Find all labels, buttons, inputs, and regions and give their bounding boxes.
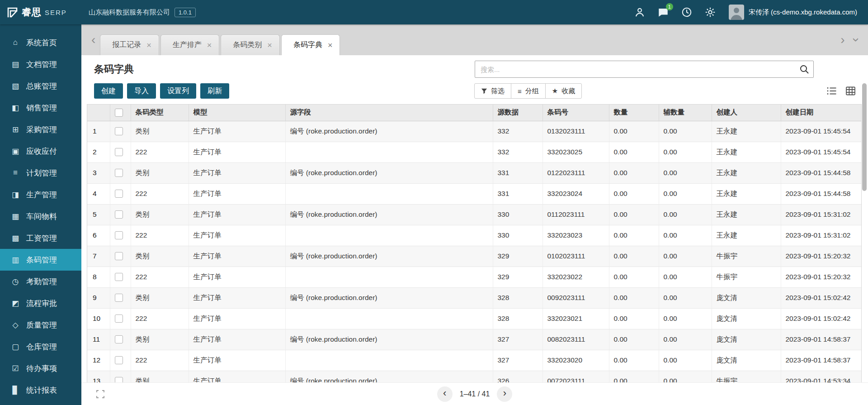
sidebar-item-home[interactable]: ⌂系统首页	[0, 32, 81, 53]
table-row[interactable]: 9类别生产订单编号 (roke.production.order)3280092…	[87, 287, 861, 308]
select-all-checkbox[interactable]	[115, 109, 123, 117]
table-row[interactable]: 12222生产订单3273320230200.000.00庞文清2023-09-…	[87, 350, 861, 371]
fullscreen-icon[interactable]	[96, 390, 105, 400]
set-columns-button[interactable]: 设置列	[160, 83, 196, 99]
row-checkbox[interactable]	[115, 190, 123, 198]
tab-scroll-left-icon[interactable]: ‹	[91, 33, 95, 46]
table-row[interactable]: 6222生产订单3303320230230.000.00王永建2023-09-0…	[87, 225, 861, 246]
user-avatar[interactable]	[729, 5, 744, 20]
create-button[interactable]: 创建	[94, 83, 123, 99]
column-header-6[interactable]: 辅数量	[659, 105, 712, 121]
table-row[interactable]: 5类别生产订单编号 (roke.production.order)3300112…	[87, 204, 861, 225]
column-header-3[interactable]: 源数据	[493, 105, 542, 121]
row-checkbox[interactable]	[115, 314, 123, 323]
sidebar-item-attendance[interactable]: ◷考勤管理	[0, 271, 81, 292]
column-header-8[interactable]: 创建日期	[781, 105, 861, 121]
pagination-prev-button[interactable]: ‹	[437, 386, 453, 402]
tab-2[interactable]: 条码类别×	[221, 34, 280, 55]
username[interactable]: 宋传泽 (cs-demo.xbg.rokedata.com)	[749, 8, 857, 17]
row-checkbox[interactable]	[115, 127, 123, 135]
table-row[interactable]: 2222生产订单3323320230250.000.00王永建2023-09-0…	[87, 142, 861, 162]
table-row[interactable]: 10222生产订单3283320230210.000.00庞文清2023-09-…	[87, 308, 861, 329]
cell-aux-quantity: 0.00	[659, 142, 712, 162]
gear-icon[interactable]	[704, 6, 716, 18]
table-view-icon[interactable]	[846, 86, 855, 95]
cell-model: 生产订单	[189, 308, 285, 329]
sidebar-item-plan[interactable]: ≡计划管理	[0, 162, 81, 184]
tab-0[interactable]: 报工记录×	[100, 34, 159, 55]
search-input[interactable]	[475, 61, 814, 78]
sidebar-item-barcode[interactable]: ▥条码管理	[0, 249, 81, 271]
footer: ‹ 1–41 / 41 ›	[81, 382, 868, 405]
table-row[interactable]: 3类别生产订单编号 (roke.production.order)3310122…	[87, 162, 861, 183]
filter-button[interactable]: 筛选	[474, 83, 511, 99]
cell-quantity: 0.00	[609, 329, 659, 350]
favorites-button[interactable]: ★收藏	[545, 83, 582, 99]
sidebar-item-warehouse[interactable]: ▢仓库管理	[0, 336, 81, 357]
sidebar-item-receivable[interactable]: ▣应收应付	[0, 140, 81, 162]
row-checkbox[interactable]	[115, 252, 123, 260]
tab-close-icon[interactable]: ×	[328, 41, 333, 49]
sidebar-item-expense[interactable]: ▨费用管理	[0, 401, 81, 405]
cell-source-data: 327	[493, 329, 542, 350]
app-logo[interactable]: 睿思 SERP	[0, 6, 81, 19]
row-checkbox[interactable]	[115, 231, 123, 239]
table-row[interactable]: 7类别生产订单编号 (roke.production.order)3290102…	[87, 246, 861, 267]
tab-1[interactable]: 生产排产×	[160, 34, 220, 55]
tab-scroll-right-icon[interactable]: ›	[840, 33, 844, 46]
table-row[interactable]: 4222生产订单3313320230240.000.00王永建2023-09-0…	[87, 183, 861, 204]
cell-source-field	[285, 225, 493, 246]
row-checkbox[interactable]	[115, 210, 123, 219]
tab-close-icon[interactable]: ×	[267, 41, 272, 49]
row-checkbox[interactable]	[115, 356, 123, 364]
row-checkbox[interactable]	[115, 377, 123, 382]
sidebar-item-approval[interactable]: ◩流程审批	[0, 292, 81, 314]
row-checkbox[interactable]	[115, 273, 123, 281]
sidebar-item-sales[interactable]: ◧销售管理	[0, 97, 81, 119]
cell-creator: 庞文清	[712, 308, 781, 329]
table-row[interactable]: 13类别生产订单编号 (roke.production.order)326007…	[87, 371, 861, 382]
table-row[interactable]: 1类别生产订单编号 (roke.production.order)3320132…	[87, 121, 861, 142]
row-checkbox[interactable]	[115, 335, 123, 343]
list-view-icon[interactable]	[827, 86, 837, 95]
column-header-4[interactable]: 条码号	[542, 105, 609, 121]
row-checkbox[interactable]	[115, 294, 123, 302]
search-icon[interactable]	[799, 64, 809, 74]
filter-group: 筛选≡分组★收藏	[474, 83, 582, 99]
sidebar-item-ledger[interactable]: ▧总账管理	[0, 75, 81, 97]
tab-close-icon[interactable]: ×	[207, 41, 212, 49]
pagination-next-button[interactable]: ›	[497, 386, 512, 402]
cell-barcode-number: 332023022	[542, 267, 609, 287]
sidebar-item-production[interactable]: ◨生产管理	[0, 184, 81, 205]
cell-quantity: 0.00	[609, 308, 659, 329]
tab-menu-chevron-icon[interactable]: ›	[849, 38, 862, 42]
column-header-1[interactable]: 模型	[189, 105, 285, 121]
import-button[interactable]: 导入	[127, 83, 156, 99]
cell-barcode-type: 222	[131, 350, 189, 371]
sidebar-item-document[interactable]: ▤文档管理	[0, 53, 81, 75]
table-row[interactable]: 8222生产订单3293320230220.000.00牛振宇2023-09-0…	[87, 267, 861, 287]
sidebar-item-materials[interactable]: ▦车间物料	[0, 205, 81, 227]
message-icon[interactable]: 1	[657, 6, 669, 18]
row-checkbox[interactable]	[115, 169, 123, 177]
filter-icon	[481, 88, 487, 94]
column-header-5[interactable]: 数量	[609, 105, 659, 121]
vertical-scrollbar[interactable]	[862, 83, 867, 191]
column-header-7[interactable]: 创建人	[712, 105, 781, 121]
history-icon[interactable]	[681, 6, 693, 18]
person-icon[interactable]	[634, 6, 646, 18]
sidebar-item-todo[interactable]: ☑待办事项	[0, 357, 81, 379]
column-header-2[interactable]: 源字段	[285, 105, 493, 121]
row-number: 8	[87, 267, 110, 287]
row-checkbox[interactable]	[115, 148, 123, 156]
group-by-button[interactable]: ≡分组	[511, 83, 546, 99]
column-header-0[interactable]: 条码类型	[131, 105, 189, 121]
tab-3[interactable]: 条码字典×	[281, 34, 340, 55]
sidebar-item-report[interactable]: ▊统计报表	[0, 379, 81, 401]
sidebar-item-payroll[interactable]: ▩工资管理	[0, 227, 81, 249]
sidebar-item-quality[interactable]: ◇质量管理	[0, 314, 81, 336]
table-row[interactable]: 11类别生产订单编号 (roke.production.order)327008…	[87, 329, 861, 350]
tab-close-icon[interactable]: ×	[146, 41, 151, 49]
sidebar-item-purchase[interactable]: ⊞采购管理	[0, 119, 81, 140]
refresh-button[interactable]: 刷新	[200, 83, 229, 99]
